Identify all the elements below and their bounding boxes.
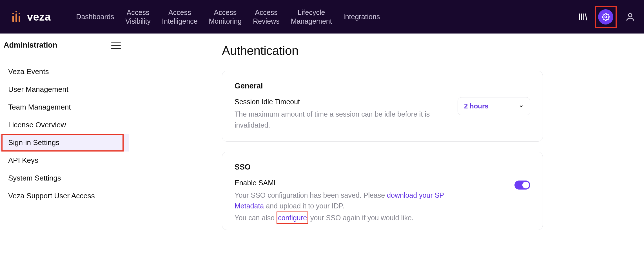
- brand-name: veza: [27, 11, 51, 23]
- sidebar-item-label: API Keys: [8, 156, 38, 164]
- svg-line-9: [585, 14, 587, 20]
- enable-saml-desc: Your SSO configuration has been saved. P…: [235, 190, 449, 224]
- highlight-box: configure: [277, 212, 308, 224]
- user-profile-icon[interactable]: [625, 12, 635, 22]
- brand-logo[interactable]: veza: [10, 11, 51, 23]
- svg-point-5: [19, 13, 20, 14]
- general-card: General Session Idle Timeout The maximum…: [222, 71, 543, 142]
- svg-point-4: [15, 11, 17, 12]
- sidebar-item-label: Veza Events: [8, 67, 49, 76]
- sidebar-item-label: User Management: [8, 85, 68, 94]
- gear-icon: [602, 13, 610, 21]
- sidebar-title: Administration: [4, 41, 57, 50]
- sidebar: Administration Veza Events User Manageme…: [0, 34, 129, 256]
- sidebar-item-team-management[interactable]: Team Management: [0, 98, 129, 116]
- sidebar-list: Veza Events User Management Team Managem…: [0, 57, 129, 205]
- session-timeout-desc: The maximum amount of time a session can…: [235, 109, 446, 131]
- general-heading: General: [235, 82, 530, 90]
- chevron-down-icon: [519, 104, 524, 109]
- sso-card: SSO Enable SAML Your SSO configuration h…: [222, 152, 543, 230]
- svg-rect-2: [19, 16, 20, 22]
- nav-access-monitoring[interactable]: Access Monitoring: [203, 6, 248, 28]
- nav-integrations[interactable]: Integrations: [338, 10, 386, 23]
- main-content: Authentication General Session Idle Time…: [129, 34, 644, 256]
- nav-access-intelligence[interactable]: Access Intelligence: [156, 6, 203, 28]
- configure-sso-link[interactable]: configure: [278, 214, 307, 222]
- sso-desc-text: and upload it to your IDP.: [264, 202, 344, 210]
- sidebar-item-veza-support-user-access[interactable]: Veza Support User Access: [0, 187, 129, 205]
- sidebar-item-user-management[interactable]: User Management: [0, 81, 129, 98]
- sidebar-item-api-keys[interactable]: API Keys: [0, 152, 129, 169]
- session-timeout-label: Session Idle Timeout: [235, 98, 446, 106]
- svg-point-3: [12, 13, 14, 14]
- page-title: Authentication: [222, 44, 621, 58]
- sidebar-item-sign-in-settings[interactable]: Sign-in Settings: [0, 134, 129, 152]
- select-value: 2 hours: [464, 102, 489, 110]
- logo-icon: [10, 11, 23, 23]
- sidebar-item-label: Team Management: [8, 103, 71, 111]
- sso-desc-text: Your SSO configuration has been saved. P…: [235, 191, 387, 199]
- nav-items: Dashboards Access Visibility Access Inte…: [70, 6, 578, 28]
- sso-desc-text: your SSO again if you would like.: [308, 214, 414, 222]
- enable-saml-label: Enable SAML: [235, 179, 503, 187]
- nav-access-reviews[interactable]: Access Reviews: [247, 6, 285, 28]
- sidebar-item-label: System Settings: [8, 174, 61, 182]
- sidebar-collapse-icon[interactable]: [111, 42, 121, 49]
- sidebar-item-label: Veza Support User Access: [8, 192, 95, 200]
- settings-gear-button[interactable]: [598, 9, 613, 25]
- svg-point-11: [629, 14, 632, 17]
- nav-dashboards[interactable]: Dashboards: [70, 10, 120, 23]
- svg-rect-1: [15, 14, 17, 22]
- library-icon[interactable]: [578, 12, 588, 22]
- nav-access-visibility[interactable]: Access Visibility: [120, 6, 156, 28]
- sidebar-item-label: Sign-in Settings: [8, 138, 59, 147]
- top-nav: veza Dashboards Access Visibility Access…: [0, 0, 644, 34]
- sidebar-item-system-settings[interactable]: System Settings: [0, 169, 129, 187]
- sidebar-item-license-overview[interactable]: License Overview: [0, 116, 129, 134]
- sso-heading: SSO: [235, 163, 530, 172]
- sidebar-item-label: License Overview: [8, 121, 66, 129]
- svg-rect-0: [12, 16, 14, 22]
- svg-point-10: [605, 16, 607, 18]
- sidebar-item-veza-events[interactable]: Veza Events: [0, 63, 129, 81]
- nav-lifecycle-management[interactable]: Lifecycle Management: [285, 6, 338, 28]
- enable-saml-toggle[interactable]: [514, 181, 530, 190]
- session-timeout-select[interactable]: 2 hours: [458, 97, 530, 115]
- sso-desc-text: You can also: [235, 214, 277, 222]
